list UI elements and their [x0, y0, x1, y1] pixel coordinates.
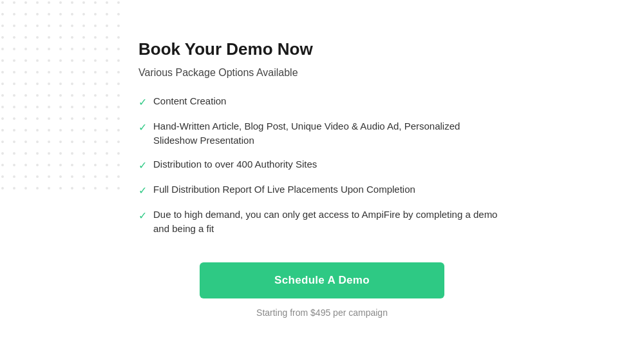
page-subtitle: Various Package Options Available	[138, 67, 506, 79]
dot-pattern-decoration	[0, 0, 129, 193]
list-item: ✓Due to high demand, you can only get ac…	[138, 208, 506, 237]
list-item: ✓Hand-Written Article, Blog Post, Unique…	[138, 119, 506, 148]
main-content: Book Your Demo Now Various Package Optio…	[138, 39, 506, 318]
price-text: Starting from $495 per campaign	[256, 307, 388, 318]
check-icon: ✓	[138, 158, 147, 173]
svg-rect-1	[0, 0, 129, 193]
page-title: Book Your Demo Now	[138, 39, 506, 61]
schedule-demo-button[interactable]: Schedule A Demo	[200, 262, 444, 298]
check-icon: ✓	[138, 95, 147, 110]
check-icon: ✓	[138, 120, 147, 135]
feature-text: Hand-Written Article, Blog Post, Unique …	[153, 119, 506, 148]
feature-text: Content Creation	[153, 94, 506, 109]
list-item: ✓Content Creation	[138, 94, 506, 110]
cta-section: Schedule A Demo Starting from $495 per c…	[138, 262, 506, 318]
check-icon: ✓	[138, 183, 147, 199]
features-list: ✓Content Creation✓Hand-Written Article, …	[138, 94, 506, 237]
feature-text: Full Distribution Report Of Live Placeme…	[153, 182, 506, 197]
check-icon: ✓	[138, 208, 147, 224]
feature-text: Distribution to over 400 Authority Sites	[153, 157, 506, 172]
feature-text: Due to high demand, you can only get acc…	[153, 208, 506, 237]
list-item: ✓Distribution to over 400 Authority Site…	[138, 157, 506, 173]
list-item: ✓Full Distribution Report Of Live Placem…	[138, 182, 506, 199]
